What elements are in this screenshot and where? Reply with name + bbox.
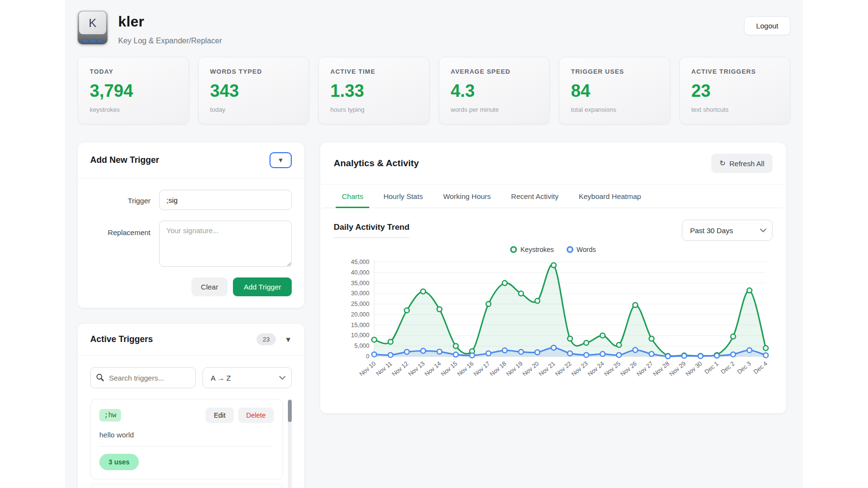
data-point-marker[interactable]	[747, 288, 752, 293]
tab-working-hours[interactable]: Working Hours	[435, 185, 499, 208]
refresh-all-button[interactable]: ↻ Refresh All	[711, 154, 773, 173]
data-point-marker[interactable]	[486, 302, 491, 306]
add-trigger-collapse-button[interactable]: ▼	[270, 152, 292, 168]
data-point-marker[interactable]	[731, 334, 735, 339]
keycap-pins	[82, 40, 103, 42]
data-point-marker[interactable]	[649, 336, 654, 341]
data-point-marker[interactable]	[519, 291, 524, 296]
x-axis-tick-label: Nov 12	[391, 360, 409, 378]
sort-select[interactable]: A → Z	[203, 367, 292, 388]
tab-hourly-stats[interactable]: Hourly Stats	[375, 185, 431, 208]
data-point-marker[interactable]	[453, 352, 458, 357]
app-header: K kler Key Log & Expander/Replacer Logou…	[78, 11, 790, 45]
data-point-marker[interactable]	[731, 352, 735, 357]
page: K kler Key Log & Expander/Replacer Logou…	[0, 0, 868, 488]
x-axis-tick-label: Nov 19	[505, 360, 524, 378]
y-axis-tick-label: 40,000	[351, 269, 369, 276]
brand-text: kler Key Log & Expander/Replacer	[118, 11, 222, 45]
data-point-marker[interactable]	[405, 308, 409, 313]
tab-keyboard-heatmap[interactable]: Keyboard Heatmap	[570, 185, 649, 208]
logout-button[interactable]: Logout	[744, 16, 790, 35]
add-trigger-button[interactable]: Add Trigger	[233, 277, 292, 296]
data-point-marker[interactable]	[519, 349, 524, 354]
chevron-down-icon	[760, 228, 766, 233]
edit-button[interactable]: Edit	[205, 408, 233, 423]
clear-button[interactable]: Clear	[191, 277, 228, 296]
delete-button[interactable]: Delete	[238, 408, 274, 423]
tab-recent-activity[interactable]: Recent Activity	[503, 185, 567, 208]
data-point-marker[interactable]	[633, 347, 637, 352]
data-point-marker[interactable]	[453, 343, 458, 348]
data-point-marker[interactable]	[372, 352, 377, 357]
stat-value: 4.3	[451, 81, 538, 101]
data-point-marker[interactable]	[763, 353, 768, 357]
analytics-panel: Analytics & Activity ↻ Refresh All Chart…	[320, 143, 786, 413]
data-point-marker[interactable]	[502, 281, 507, 286]
data-point-marker[interactable]	[388, 340, 393, 344]
data-point-marker[interactable]	[649, 352, 654, 356]
stat-sub: words per minute	[451, 106, 538, 113]
data-point-marker[interactable]	[747, 348, 752, 353]
data-point-marker[interactable]	[388, 353, 393, 357]
replacement-field-label: Replacement	[90, 221, 150, 267]
data-point-marker[interactable]	[600, 333, 605, 338]
chevron-down-icon[interactable]: ▼	[285, 336, 292, 343]
data-point-marker[interactable]	[617, 353, 622, 357]
uses-badge: 3 uses	[99, 454, 139, 470]
data-point-marker[interactable]	[372, 337, 377, 342]
tab-charts[interactable]: Charts	[334, 185, 371, 208]
stat-sub: total expansions	[571, 106, 658, 113]
legend-item-words[interactable]: Words	[567, 246, 596, 253]
y-axis-tick-label: 25,000	[351, 301, 369, 307]
data-point-marker[interactable]	[405, 349, 409, 354]
date-range-select[interactable]: Past 30 Days	[682, 220, 773, 241]
data-point-marker[interactable]	[698, 354, 703, 358]
chevron-down-icon	[279, 376, 285, 380]
data-point-marker[interactable]	[535, 299, 540, 303]
data-point-marker[interactable]	[437, 349, 442, 354]
stat-sub: keystrokes	[90, 106, 177, 113]
x-axis-tick-label: Nov 11	[375, 360, 393, 378]
data-point-marker[interactable]	[502, 348, 507, 353]
data-point-marker[interactable]	[421, 348, 426, 353]
trigger-input[interactable]	[159, 190, 292, 210]
x-axis-tick-label: Nov 17	[472, 360, 491, 378]
data-point-marker[interactable]	[568, 336, 572, 341]
main-content: Add New Trigger ▼ Trigger Replacement	[78, 143, 790, 488]
data-point-marker[interactable]	[617, 343, 622, 347]
data-point-marker[interactable]	[470, 353, 475, 358]
stat-label: ACTIVE TRIGGERS	[692, 68, 779, 75]
data-point-marker[interactable]	[763, 346, 768, 351]
chart-legend: KeystrokesWords	[334, 246, 773, 253]
app-container: K kler Key Log & Expander/Replacer Logou…	[65, 0, 803, 488]
stat-label: AVERAGE SPEED	[451, 68, 538, 75]
search-input[interactable]	[90, 367, 196, 388]
legend-label: Words	[577, 246, 596, 253]
stat-sub: hours typing	[330, 106, 418, 113]
data-point-marker[interactable]	[551, 263, 556, 268]
data-point-marker[interactable]	[486, 351, 491, 356]
data-point-marker[interactable]	[551, 345, 556, 350]
scrollbar-thumb[interactable]	[288, 400, 292, 422]
data-point-marker[interactable]	[568, 351, 572, 356]
sort-select-value: A → Z	[211, 374, 231, 382]
data-point-marker[interactable]	[600, 352, 605, 356]
legend-item-keystrokes[interactable]: Keystrokes	[510, 246, 554, 253]
data-point-marker[interactable]	[584, 353, 589, 357]
y-axis-tick-label: 20,000	[351, 311, 369, 318]
add-trigger-title: Add New Trigger	[90, 155, 159, 165]
data-point-marker[interactable]	[437, 307, 442, 312]
brand: K kler Key Log & Expander/Replacer	[78, 11, 222, 45]
x-axis-tick-label: Nov 24	[586, 360, 605, 378]
data-point-marker[interactable]	[421, 289, 426, 294]
data-point-marker[interactable]	[584, 341, 589, 345]
data-point-marker[interactable]	[715, 353, 719, 358]
data-point-marker[interactable]	[665, 354, 670, 359]
data-point-marker[interactable]	[633, 303, 637, 307]
data-point-marker[interactable]	[535, 350, 540, 355]
analytics-tabs: Charts Hourly Stats Working Hours Recent…	[323, 185, 783, 208]
data-point-marker[interactable]	[682, 354, 687, 358]
x-axis-tick-label: Dec 4	[752, 360, 769, 376]
replacement-textarea[interactable]	[159, 221, 292, 267]
chart-section: Daily Activity Trend Past 30 Days Keystr…	[320, 208, 786, 413]
